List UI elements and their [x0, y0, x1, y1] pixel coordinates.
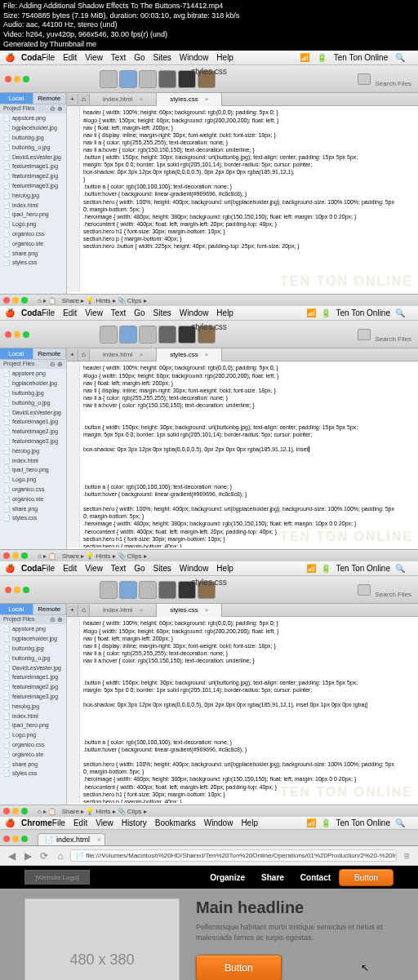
code-line: }	[83, 175, 416, 183]
css-icon[interactable]	[158, 326, 176, 344]
file-item[interactable]: styles.css	[0, 258, 66, 268]
app-name[interactable]: Coda	[21, 308, 42, 317]
meta-audio: Audio: aac, 44100 Hz, stereo (und)	[3, 20, 415, 30]
file-item[interactable]: index.html	[0, 201, 66, 211]
close-icon[interactable]: ×	[97, 836, 101, 844]
menu-sites[interactable]: Sites	[153, 53, 171, 62]
menu-view[interactable]: View	[85, 53, 103, 62]
wifi-icon[interactable]: 📶	[306, 308, 316, 317]
sidebar-tab-remote[interactable]: Remote	[33, 93, 67, 104]
nav-organize[interactable]: Organize	[210, 873, 245, 882]
coda-window-1: 🍎 Coda File Edit View Text Go Sites Wind…	[0, 51, 418, 306]
mouse-cursor-icon: ↖	[361, 962, 369, 973]
preview-icon[interactable]	[139, 70, 157, 88]
menu-edit[interactable]: Edit	[63, 53, 77, 62]
code-editor[interactable]: +⌂index.html×styles.css× header { width:…	[67, 348, 418, 549]
file-item[interactable]: buttonbg.jpg	[0, 133, 66, 143]
mac-menubar[interactable]: 🍎 Coda FileEditViewTextGoSitesWindowHelp…	[0, 561, 418, 576]
chrome-app[interactable]: Chrome	[21, 818, 52, 827]
browser-tabstrip[interactable]: index.html×	[0, 830, 418, 846]
code-line: .button { width: 150px; height: 30px; ba…	[83, 153, 416, 161]
menu-icon[interactable]: ≡	[400, 849, 413, 862]
statusbar: ⌂ ▸ 📋 Share ▸ 💡 Hints ▸ 📎 Clips ▸	[0, 294, 418, 306]
traffic-lights[interactable]	[5, 76, 29, 82]
code-line: .herocontent { width: 400px; float: left…	[83, 220, 416, 228]
rendered-page: [Website Logo] Organize Share Contact Bu…	[0, 866, 418, 980]
menu-window[interactable]: Window	[180, 53, 209, 62]
code-line: .button:hover { background: linear-gradi…	[83, 190, 416, 197]
file-item[interactable]: featureimage2.jpg	[0, 171, 66, 181]
page-paragraph: Pellentesque habitant morbi tristique se…	[196, 922, 394, 942]
file-item[interactable]: DavidLesVester.jpg	[0, 153, 66, 162]
file-item[interactable]: organico.ste	[0, 239, 66, 249]
hero-cta-button[interactable]: Button	[196, 955, 282, 980]
sb-home[interactable]: ⌂ ▸ 📋 Share ▸ 💡 Hints ▸ 📎 Clips ▸	[38, 297, 147, 304]
brand-label: Ten Ton Online	[334, 53, 389, 62]
sidebar-tab-local[interactable]: Local	[0, 93, 33, 104]
file-item[interactable]: organico.css	[0, 229, 66, 239]
file-item[interactable]: herobg.jpg	[0, 191, 66, 201]
code-line: nav li a { color: rgb(255,255,255); text…	[83, 139, 416, 146]
meta-size: Size: 7540885 bytes (7.19 MiB), duration…	[3, 11, 415, 21]
file-list[interactable]: appstore.png bgplaceholder.jpg buttonbg.…	[0, 113, 66, 268]
url-field[interactable]: 📄 file:///Volumes/Macintosh%20HD/Shared/…	[70, 849, 397, 862]
browser-tab[interactable]: index.html×	[38, 833, 105, 845]
mac-menubar[interactable]: 🍎 Coda File Edit View Text Go Sites Wind…	[0, 306, 418, 321]
hero-image-placeholder: 480 x 380	[24, 898, 180, 980]
file-item[interactable]: bgplaceholder.jpg	[0, 123, 66, 133]
file-item[interactable]: share.png	[0, 249, 66, 259]
close-icon[interactable]: ×	[139, 95, 143, 103]
menu-text[interactable]: Text	[111, 53, 126, 62]
css-icon[interactable]	[158, 70, 176, 88]
files-button[interactable]	[358, 73, 371, 85]
menu-file[interactable]: File	[42, 53, 55, 62]
preview-icon[interactable]	[139, 326, 157, 344]
mac-menubar-chrome[interactable]: 🍎 Chrome FileEditViewHistoryBookmarksWin…	[0, 817, 418, 830]
close-icon[interactable]: ×	[205, 95, 209, 103]
apple-menu-icon[interactable]: 🍎	[5, 308, 15, 317]
nav-contact[interactable]: Contact	[300, 873, 331, 882]
file-item[interactable]: Logo.png	[0, 220, 66, 229]
file-item[interactable]: featureimage1.jpg	[0, 162, 66, 171]
file-item[interactable]: ipad_hero.png	[0, 210, 66, 220]
code-editor[interactable]: + ⌂ index.html× styles.css× header { wid…	[67, 93, 418, 294]
sites-icon[interactable]	[100, 326, 118, 344]
wifi-icon[interactable]: 📶	[300, 53, 309, 62]
mac-menubar[interactable]: 🍎 Coda File Edit View Text Go Sites Wind…	[0, 51, 418, 65]
code-area[interactable]: header { width: 100%; height: 60px; back…	[67, 106, 418, 292]
address-bar[interactable]: ◀ ▶ ⟳ ⌂ 📄 file:///Volumes/Macintosh%20HD…	[0, 846, 418, 866]
edit-icon[interactable]	[119, 70, 137, 88]
file-item[interactable]: appstore.png	[0, 113, 66, 123]
spotlight-icon[interactable]: 🔍	[395, 53, 405, 62]
battery-icon[interactable]: 🔋	[321, 308, 331, 317]
nav-cta-button[interactable]: Button	[339, 869, 394, 886]
file-sidebar[interactable]: LocalRemote Project Files⊖ ⊕ appstore.pn…	[0, 348, 67, 549]
back-icon[interactable]: ◀	[5, 849, 18, 862]
file-sidebar[interactable]: Local Remote Project Files ⊖ ⊕ appstore.…	[0, 93, 67, 294]
tab-styles[interactable]: styles.css×	[157, 93, 222, 106]
menu-go[interactable]: Go	[134, 53, 145, 62]
coda-window-2: 🍎 Coda File Edit View Text Go Sites Wind…	[0, 306, 418, 561]
tab-home-icon[interactable]: ⌂	[78, 94, 90, 105]
file-item[interactable]: buttonbg_o.jpg	[0, 143, 66, 153]
collapse-icon[interactable]: ⊖ ⊕	[50, 105, 63, 113]
search-files-label: Search Files	[376, 80, 411, 87]
apple-menu-icon[interactable]: 🍎	[5, 53, 15, 62]
meta-file: File: Adding Additional Shadow Effects T…	[3, 2, 415, 11]
edit-icon[interactable]	[119, 326, 137, 344]
app-name[interactable]: Coda	[21, 53, 42, 62]
home-icon[interactable]: ⌂	[54, 849, 67, 862]
menu-help[interactable]: Help	[216, 53, 233, 62]
spotlight-icon[interactable]: 🔍	[395, 308, 405, 317]
forward-icon[interactable]: ▶	[21, 849, 34, 862]
battery-icon[interactable]: 🔋	[317, 53, 327, 62]
meta-video: Video: h264, yuv420p, 966x546, 30.00 fps…	[3, 30, 415, 40]
code-line: margin: 5px 5px 0 0; border: 1px solid r…	[83, 161, 416, 168]
nav-share[interactable]: Share	[261, 873, 284, 882]
sites-icon[interactable]	[100, 70, 118, 88]
reload-icon[interactable]: ⟳	[38, 849, 51, 862]
tab-index[interactable]: index.html×	[90, 93, 157, 106]
tab-add-icon[interactable]: +	[67, 94, 78, 105]
file-item[interactable]: featureimage3.jpg	[0, 181, 66, 191]
sidebar-section[interactable]: Project Files ⊖ ⊕	[0, 104, 66, 113]
